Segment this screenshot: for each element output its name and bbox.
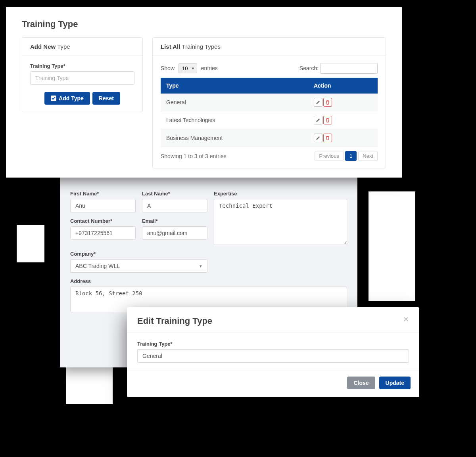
table-row: General <box>161 94 378 111</box>
close-button[interactable]: Close <box>347 377 375 389</box>
decorative-block <box>17 225 44 262</box>
edit-button[interactable] <box>314 116 322 124</box>
delete-button[interactable] <box>323 98 332 107</box>
expertise-textarea[interactable]: Technical Expert <box>214 199 347 245</box>
cell-type: General <box>161 94 308 111</box>
decorative-block <box>66 365 113 404</box>
cell-action <box>308 94 378 111</box>
cell-type: Business Management <box>161 129 308 147</box>
modal-title: Edit Training Type <box>137 316 212 326</box>
add-new-title-strong: Add New <box>30 43 56 50</box>
page-title: Training Type <box>22 19 386 29</box>
list-all-title-light: Training Types <box>182 43 221 50</box>
reset-label: Reset <box>99 95 114 101</box>
pager-next[interactable]: Next <box>358 151 378 161</box>
close-label: Close <box>353 380 369 386</box>
contact-input[interactable] <box>70 226 136 240</box>
table-info: Showing 1 to 3 of 3 entries <box>161 153 226 159</box>
show-label: Show <box>161 65 175 71</box>
training-type-input[interactable] <box>30 71 134 85</box>
cell-type: Latest Technologies <box>161 111 308 129</box>
training-type-page: Training Type Add New Type Training Type… <box>6 7 402 178</box>
pager: Previous 1 Next <box>315 151 378 161</box>
list-all-card: List All Training Types Show 10 ▼ <box>152 37 386 168</box>
add-new-title-light: Type <box>57 43 70 50</box>
contact-label: Contact Number* <box>70 218 136 224</box>
table-row: Latest Technologies <box>161 111 378 129</box>
company-label: Company* <box>70 251 207 257</box>
list-all-title-strong: List All <box>161 43 180 50</box>
check-icon <box>51 96 56 101</box>
update-button[interactable]: Update <box>379 377 411 389</box>
pager-page-1[interactable]: 1 <box>345 151 357 161</box>
pencil-icon <box>316 136 321 140</box>
delete-button[interactable] <box>323 116 332 124</box>
search-input[interactable] <box>320 63 378 74</box>
trash-icon <box>325 136 330 140</box>
pencil-icon <box>316 118 321 122</box>
expertise-label: Expertise <box>214 191 347 197</box>
col-type[interactable]: Type <box>161 78 308 94</box>
entries-label: entries <box>201 65 218 71</box>
cell-action <box>308 111 378 129</box>
reset-button[interactable]: Reset <box>92 92 120 105</box>
first-name-input[interactable] <box>70 199 136 212</box>
edit-button[interactable] <box>314 98 322 107</box>
trash-icon <box>325 118 330 122</box>
close-icon[interactable]: ✕ <box>403 316 409 323</box>
first-name-label: First Name* <box>70 191 136 197</box>
col-action[interactable]: Action <box>308 78 378 94</box>
delete-button[interactable] <box>323 134 332 142</box>
add-new-card: Add New Type Training Type* Add Type <box>22 37 143 112</box>
edit-training-type-modal: Edit Training Type ✕ Training Type* Clos… <box>127 307 419 397</box>
last-name-input[interactable] <box>142 199 207 212</box>
edit-button[interactable] <box>314 134 322 142</box>
email-label: Email* <box>142 218 207 224</box>
pencil-icon <box>316 100 321 105</box>
list-all-header: List All Training Types <box>153 38 386 56</box>
add-new-header: Add New Type <box>22 38 142 56</box>
modal-field-label: Training Type* <box>137 341 409 347</box>
training-type-label: Training Type* <box>30 63 134 69</box>
chevron-down-icon: ▼ <box>191 67 195 71</box>
address-label: Address <box>70 278 347 284</box>
update-label: Update <box>386 380 404 386</box>
email-input[interactable] <box>142 226 207 240</box>
pager-prev[interactable]: Previous <box>315 151 344 161</box>
table-row: Business Management <box>161 129 378 147</box>
add-type-label: Add Type <box>59 95 84 101</box>
cell-action <box>308 129 378 147</box>
decorative-block <box>369 191 415 301</box>
trash-icon <box>325 100 330 105</box>
add-type-button[interactable]: Add Type <box>44 92 90 105</box>
search-label: Search: <box>299 65 319 71</box>
company-select[interactable]: ABC Trading WLL <box>70 259 207 273</box>
training-types-table: Type Action GeneralLatest TechnologiesBu… <box>161 78 378 147</box>
modal-training-type-input[interactable] <box>137 349 409 363</box>
last-name-label: Last Name* <box>142 191 207 197</box>
